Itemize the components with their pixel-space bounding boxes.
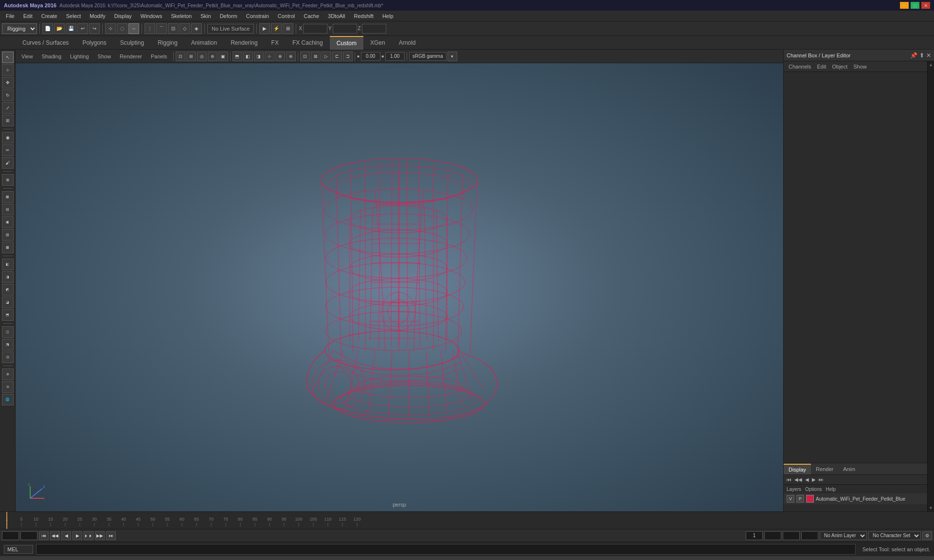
menu-file[interactable]: File xyxy=(2,12,18,20)
tab-sculpting[interactable]: Sculpting xyxy=(113,36,151,50)
channel-expand-icon[interactable]: ⬆ xyxy=(919,52,924,59)
menu-redshift[interactable]: Redshift xyxy=(350,12,377,20)
vp-btn9[interactable]: ⊹ xyxy=(265,52,274,61)
vp-btn7[interactable]: ◧ xyxy=(243,52,253,61)
command-input[interactable] xyxy=(36,544,856,555)
layer-nav-prev2[interactable]: ◀◀ xyxy=(794,477,802,482)
soft-mod-left[interactable]: ◉ xyxy=(2,132,14,143)
vp-btn14[interactable]: ▷ xyxy=(322,52,331,61)
tab-animation[interactable]: Animation xyxy=(184,36,224,50)
play-reverse-button[interactable]: ⏵⏵ xyxy=(84,531,93,540)
snap-grid-button[interactable]: ⋮ xyxy=(144,23,155,34)
end-frame-input[interactable]: 120 xyxy=(764,531,781,540)
close-button[interactable]: ✕ xyxy=(921,2,930,9)
vp-menu-shading[interactable]: Shading xyxy=(38,52,65,60)
vp-btn6[interactable]: ⬒ xyxy=(233,52,242,61)
tab-arnold[interactable]: Arnold xyxy=(392,36,423,50)
world-icon[interactable]: 🌐 xyxy=(2,394,14,405)
layer-v-button[interactable]: V xyxy=(787,495,794,503)
icon-lower3[interactable]: ◩ xyxy=(2,284,14,296)
tab-rigging[interactable]: Rigging xyxy=(151,36,184,50)
z-input[interactable] xyxy=(362,24,386,34)
redo-button[interactable]: ↪ xyxy=(89,23,100,34)
menu-control[interactable]: Control xyxy=(274,12,299,20)
timeline[interactable]: 1 5 10 15 20 25 30 35 40 45 50 55 60 65 … xyxy=(0,511,934,529)
paint-left[interactable]: 🖌 xyxy=(2,157,14,169)
vp-btn5[interactable]: ▣ xyxy=(218,52,228,61)
maximize-button[interactable]: □ xyxy=(911,2,919,9)
start-frame-input[interactable]: 1 xyxy=(2,531,19,540)
vp-btn12[interactable]: ⊡ xyxy=(300,52,310,61)
play-forward-button[interactable]: ▶ xyxy=(72,531,82,540)
snap-icon5[interactable]: ▩ xyxy=(2,242,14,253)
layer-name[interactable]: Automatic_WiFi_Pet_Feeder_Petkit_Blue xyxy=(816,496,905,502)
step-back-button[interactable]: ◀◀ xyxy=(50,531,60,540)
next-frame-button[interactable]: ▶▶ xyxy=(95,531,105,540)
tab-curves-surfaces[interactable]: Curves / Surfaces xyxy=(16,36,75,50)
scale-left[interactable]: ⤢ xyxy=(2,102,14,114)
vp-val1-input[interactable] xyxy=(361,52,380,61)
tab-object[interactable]: Object xyxy=(829,63,850,70)
undo-button[interactable]: ↩ xyxy=(77,23,88,34)
tab-fx[interactable]: FX xyxy=(265,36,286,50)
icon-lower2[interactable]: ◨ xyxy=(2,271,14,283)
menu-skeleton[interactable]: Skeleton xyxy=(167,12,196,20)
layer-tab-anim[interactable]: Anim xyxy=(838,464,860,474)
layer-nav-next[interactable]: ▶ xyxy=(812,477,816,482)
tab-xgen[interactable]: XGen xyxy=(363,36,392,50)
snap-icon2[interactable]: ▤ xyxy=(2,204,14,215)
vp-btn8[interactable]: ◨ xyxy=(254,52,264,61)
menu-select[interactable]: Select xyxy=(62,12,85,20)
tab-fx-caching[interactable]: FX Caching xyxy=(286,36,330,50)
menu-deform[interactable]: Deform xyxy=(216,12,241,20)
scroll-down-icon[interactable]: ▼ xyxy=(929,506,933,510)
save-button[interactable]: 💾 xyxy=(66,23,76,34)
vp-btn10[interactable]: ⊗ xyxy=(275,52,285,61)
snap-icon4[interactable]: ▧ xyxy=(2,229,14,241)
vp-val2-input[interactable] xyxy=(385,52,405,61)
vp-btn4[interactable]: ⊛ xyxy=(208,52,217,61)
menu-cache[interactable]: Cache xyxy=(300,12,323,20)
x-input[interactable] xyxy=(303,24,327,34)
snap-live-button[interactable]: ◈ xyxy=(191,23,202,34)
prev-frame-button[interactable]: ◀ xyxy=(61,531,71,540)
paint-select-left[interactable]: ⊹ xyxy=(2,64,14,76)
anim-settings-btn[interactable]: ⚙ xyxy=(922,531,932,540)
layer-p-button[interactable]: P xyxy=(796,495,804,503)
extra-btn1[interactable]: ⊕ xyxy=(2,368,14,380)
channel-close-icon[interactable]: ✕ xyxy=(926,52,931,59)
tab-rendering[interactable]: Rendering xyxy=(224,36,264,50)
snap-curve-button[interactable]: ⌒ xyxy=(156,23,167,34)
vp-btn1[interactable]: ⊡ xyxy=(176,52,185,61)
tab-show[interactable]: Show xyxy=(850,63,870,70)
icon-bottom1[interactable]: ◫ xyxy=(2,326,14,338)
minimize-button[interactable]: ─ xyxy=(900,2,909,9)
vp-btn15[interactable]: ⊏ xyxy=(332,52,342,61)
display-settings-btn[interactable]: ⊞ xyxy=(283,23,293,34)
select-tool-button[interactable]: ⊹ xyxy=(105,23,116,34)
icon-lower5[interactable]: ⬒ xyxy=(2,309,14,321)
render-start-frame[interactable] xyxy=(746,531,763,540)
go-start-button[interactable]: ⏮ xyxy=(39,531,49,540)
go-end-button[interactable]: ⏭ xyxy=(106,531,116,540)
menu-display[interactable]: Display xyxy=(110,12,136,20)
gamma-display[interactable]: sRGB gamma xyxy=(409,52,447,61)
sculpt-left[interactable]: ✏ xyxy=(2,144,14,156)
anim-layer-dropdown[interactable]: No Anim Layer xyxy=(820,531,867,540)
menu-windows[interactable]: Windows xyxy=(137,12,166,20)
channel-pin-icon[interactable]: 📌 xyxy=(910,52,917,59)
char-set-dropdown[interactable]: No Character Set xyxy=(868,531,921,540)
vp-menu-lighting[interactable]: Lighting xyxy=(66,52,93,60)
vp-btn13[interactable]: ⊠ xyxy=(311,52,321,61)
current-frame-input[interactable]: 1 xyxy=(20,531,37,540)
tab-custom[interactable]: Custom xyxy=(330,36,363,50)
vp-btn11[interactable]: ⊕ xyxy=(286,52,296,61)
snap-point-button[interactable]: ⊡ xyxy=(168,23,179,34)
extra-btn2[interactable]: ⊖ xyxy=(2,381,14,393)
menu-create[interactable]: Create xyxy=(37,12,61,20)
transform-left[interactable]: ⊞ xyxy=(2,115,14,126)
new-scene-button[interactable]: 📄 xyxy=(42,23,53,34)
render-end-frame[interactable]: 120 xyxy=(783,531,800,540)
layer-menu-help[interactable]: Help xyxy=(826,487,836,492)
snap-icon1[interactable]: ▦ xyxy=(2,191,14,203)
